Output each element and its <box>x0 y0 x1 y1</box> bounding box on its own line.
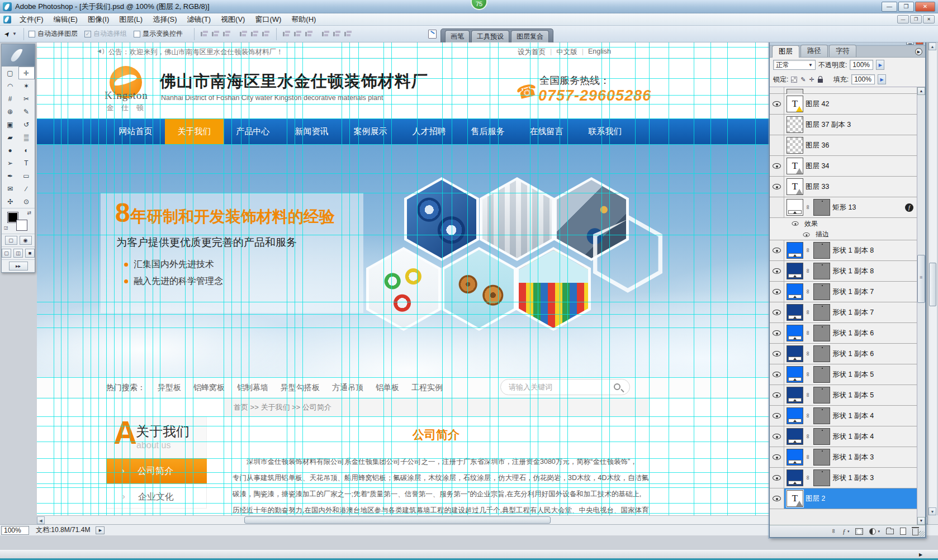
visibility-toggle[interactable] <box>770 94 784 114</box>
type-tool-icon[interactable]: T <box>18 156 35 169</box>
slice-tool-icon[interactable]: ✂ <box>18 92 35 105</box>
nav-item-9[interactable]: 联系我们 <box>576 118 634 144</box>
visibility-toggle[interactable] <box>770 156 784 176</box>
top-link-1[interactable]: 设为首页 <box>518 48 546 57</box>
dodge-tool-icon[interactable]: ◐ <box>18 144 35 156</box>
show-transform-controls-checkbox-box[interactable] <box>134 31 140 37</box>
menu-item-9[interactable]: 帮助(H) <box>286 13 321 25</box>
menu-item-3[interactable]: 图像(I) <box>83 13 114 25</box>
lock-position-icon[interactable]: ✛ <box>809 76 814 83</box>
lock-all-icon[interactable] <box>818 79 823 83</box>
fill-field[interactable]: 100% <box>851 74 875 84</box>
scroll-down-icon[interactable]: ▼ <box>928 507 936 515</box>
scroll-up-icon[interactable]: ▲ <box>928 42 936 50</box>
layer-row[interactable]: 图层 36 <box>770 135 917 156</box>
layer-style-icon[interactable]: ƒ <box>842 528 846 535</box>
hot-search-link-3[interactable]: 铝制幕墙 <box>237 383 268 393</box>
layer-row[interactable]: ∞形状 1 副本 4 <box>770 426 917 447</box>
visibility-toggle[interactable] <box>770 197 784 217</box>
opacity-field[interactable]: 100% <box>850 60 873 70</box>
layer-row[interactable]: T图层 34 <box>770 156 917 177</box>
search-icon[interactable] <box>614 383 620 390</box>
path-selection-tool-icon[interactable]: ➢ <box>2 156 18 169</box>
visibility-toggle[interactable] <box>770 426 784 447</box>
layer-row[interactable]: T图层 2 <box>770 488 917 509</box>
doc-close-button[interactable]: ✕ <box>923 15 935 23</box>
zoom-level-field[interactable]: 100% <box>1 526 29 535</box>
visibility-icon[interactable] <box>803 232 810 237</box>
blend-mode-select[interactable]: 正常▼ <box>773 60 816 70</box>
doc-restore-button[interactable]: ❐ <box>910 15 922 23</box>
layer-row[interactable]: T图层 33 <box>770 177 917 197</box>
fill-spinner-icon[interactable]: ▶ <box>878 74 886 84</box>
hot-search-link-7[interactable]: 工程实例 <box>411 383 443 393</box>
layer-effect-row[interactable]: 描边 <box>770 229 917 240</box>
visibility-toggle[interactable] <box>770 385 784 405</box>
layer-list-scrollbar[interactable]: ▲ ▼ <box>917 87 925 525</box>
layer-mask-thumbnail[interactable] <box>813 407 830 424</box>
menu-item-4[interactable]: 图层(L) <box>114 13 148 25</box>
palette-well-tab-2[interactable]: 工具预设 <box>471 30 509 42</box>
gradient-tool-icon[interactable]: ▒ <box>18 131 35 144</box>
notes-tool-icon[interactable]: ✉ <box>2 182 18 195</box>
layer-effect-row[interactable]: 效果 <box>770 218 917 229</box>
visibility-toggle[interactable] <box>770 364 784 385</box>
layer-mask-thumbnail[interactable] <box>813 449 830 466</box>
scroll-down-icon[interactable]: ▼ <box>917 517 925 525</box>
layer-mask-thumbnail[interactable] <box>813 304 830 321</box>
scrollbar-thumb[interactable] <box>917 255 925 303</box>
scroll-up-icon[interactable]: ▲ <box>917 87 925 95</box>
visibility-toggle[interactable] <box>770 447 784 467</box>
layer-row[interactable]: 图层 37 副本 3 <box>770 115 917 135</box>
palette-well-tab-3[interactable]: 图层复合 <box>511 30 549 42</box>
brush-tool-icon[interactable]: ✎ <box>18 105 35 118</box>
zoom-tool-icon[interactable]: ⊙ <box>18 195 35 208</box>
link-layers-icon[interactable]: ∞ <box>831 529 837 534</box>
auto-select-layer-checkbox-box[interactable] <box>29 31 35 37</box>
visibility-toggle[interactable] <box>770 406 784 426</box>
layer-mask-thumbnail[interactable] <box>813 199 830 216</box>
horizontal-scroll-thumb[interactable] <box>244 516 551 524</box>
title-bar[interactable]: Adobe Photoshop - [关于我们.psd @ 100% (图层 2… <box>0 0 938 13</box>
hand-tool-icon[interactable]: ✣ <box>2 195 18 208</box>
hot-search-link-6[interactable]: 铝单板 <box>376 383 399 393</box>
menu-item-7[interactable]: 视图(V) <box>216 13 250 25</box>
move-tool-icon[interactable]: ✛ <box>18 67 35 79</box>
scroll-left-icon[interactable]: ◀ <box>37 516 45 524</box>
layer-mask-thumbnail[interactable] <box>813 283 830 300</box>
layer-mask-thumbnail[interactable] <box>813 366 830 383</box>
tool-preset-dropdown-icon[interactable]: ▼ <box>12 31 17 36</box>
top-link-3[interactable]: English <box>588 48 611 57</box>
menu-item-5[interactable]: 选择(S) <box>148 13 182 25</box>
delete-layer-icon[interactable] <box>912 529 918 535</box>
history-brush-tool-icon[interactable]: ↺ <box>18 118 35 131</box>
layer-row[interactable]: ∞形状 1 副本 3 <box>770 468 917 488</box>
search-input[interactable] <box>509 380 604 394</box>
layer-row[interactable]: ∞形状 1 副本 3 <box>770 447 917 468</box>
layer-mask-thumbnail[interactable] <box>813 263 830 279</box>
status-options-icon[interactable]: ▶ <box>96 526 105 534</box>
menu-item-6[interactable]: 滤镜(T) <box>182 13 216 25</box>
vertical-scrollbar[interactable]: ▲ ▼ <box>928 42 937 515</box>
layer-row[interactable]: ∞形状 1 副本 7 <box>770 282 917 302</box>
layer-mask-thumbnail[interactable] <box>813 469 830 486</box>
layer-row[interactable]: ∞矩形 13f <box>770 197 917 218</box>
add-layer-mask-icon[interactable] <box>855 528 863 535</box>
visibility-toggle[interactable] <box>770 488 784 509</box>
visibility-toggle[interactable] <box>770 177 784 197</box>
nav-item-3[interactable]: 产品中心 <box>224 118 282 144</box>
layer-mask-thumbnail[interactable] <box>813 325 830 341</box>
layer-mask-thumbnail[interactable] <box>813 242 830 259</box>
magic-wand-tool-icon[interactable]: ✶ <box>18 79 35 92</box>
nav-item-1[interactable]: 网站首页 <box>106 118 165 144</box>
visibility-icon[interactable] <box>792 221 799 226</box>
blur-tool-icon[interactable]: ● <box>2 144 18 156</box>
crop-tool-icon[interactable]: # <box>2 92 18 105</box>
sidebar-menu-1[interactable]: ›公司简介 <box>106 458 207 483</box>
fullscreen-button[interactable]: ■ <box>25 249 35 258</box>
layer-row[interactable]: ∞形状 1 副本 5 <box>770 385 917 406</box>
palette-well-tab-1[interactable]: 画笔 <box>445 30 470 42</box>
menu-item-1[interactable]: 文件(F) <box>15 13 49 25</box>
layer-row[interactable]: ∞形状 1 副本 6 <box>770 323 917 344</box>
hot-search-link-1[interactable]: 异型板 <box>158 383 181 393</box>
